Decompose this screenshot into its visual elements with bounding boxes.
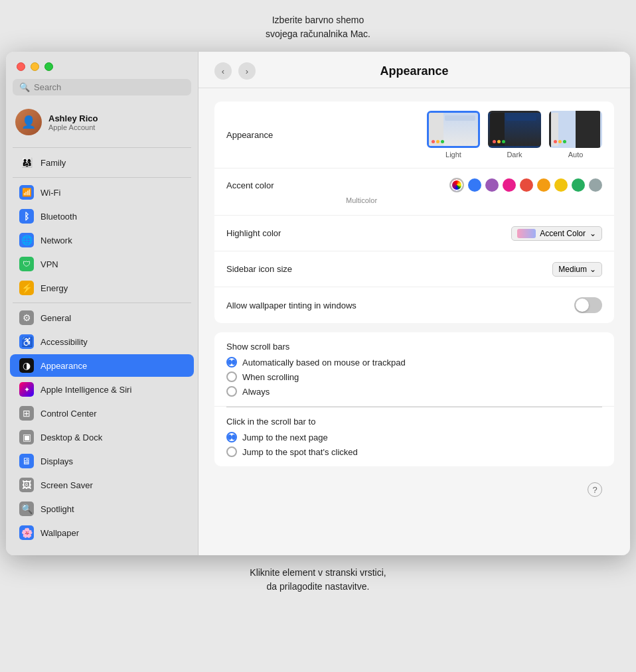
light-thumb (427, 111, 480, 148)
main-header: ‹ › Appearance (199, 52, 630, 88)
dark-label: Dark (507, 151, 522, 159)
sidebar-item-label: VPN (40, 259, 58, 269)
sidebar-item-appearance[interactable]: ◑ Appearance (10, 354, 194, 377)
highlight-color-value: Accent Color (540, 229, 586, 238)
radio-spot-clicked[interactable] (226, 446, 237, 457)
sidebar-item-displays[interactable]: 🖥 Displays (10, 450, 194, 472)
appearance-option-auto[interactable]: Auto (549, 111, 602, 159)
sidebar-item-label: Network (40, 235, 72, 245)
main-body: Appearance (199, 88, 630, 555)
color-dot-green[interactable] (572, 178, 585, 192)
siri-icon: ✦ (19, 382, 34, 397)
sidebar-item-label: Control Center (40, 409, 97, 419)
appearance-section: Appearance (214, 101, 614, 323)
sidebar-item-label: Family (40, 158, 66, 168)
highlight-color-label: Highlight color (226, 228, 346, 238)
control-center-icon: ⊞ (19, 406, 34, 421)
close-button[interactable] (17, 62, 25, 71)
sidebar-item-wallpaper[interactable]: 🌸 Wallpaper (10, 521, 194, 544)
chevron-updown-icon: ⌄ (590, 229, 596, 238)
sidebar-item-label: Appearance (40, 361, 87, 371)
color-dot-purple[interactable] (485, 178, 499, 192)
sidebar-item-label: Screen Saver (40, 480, 93, 490)
sidebar-item-family[interactable]: 👨‍👩‍👧 Family (10, 151, 194, 174)
radio-row-spot-clicked: Jump to the spot that's clicked (226, 446, 602, 457)
forward-button[interactable]: › (238, 62, 256, 80)
wallpaper-tint-toggle[interactable] (574, 297, 602, 313)
click-scroll-heading: Click in the scroll bar to (226, 417, 315, 427)
general-icon: ⚙ (19, 310, 34, 325)
color-dot-red[interactable] (520, 178, 533, 192)
network-icon: 🌐 (19, 233, 34, 247)
minimize-button[interactable] (31, 62, 39, 71)
sidebar-item-desktop-dock[interactable]: ▣ Desktop & Dock (10, 426, 194, 448)
sidebar-item-accessibility[interactable]: ♿ Accessibility (10, 330, 194, 353)
sidebar-icon-size-button[interactable]: Medium ⌄ (552, 262, 602, 277)
appearance-option-dark[interactable]: Dark (488, 111, 541, 159)
color-dot-orange[interactable] (537, 178, 550, 192)
sidebar-item-vpn[interactable]: 🛡 VPN (10, 253, 194, 275)
radio-scrolling-label: When scrolling (242, 372, 299, 382)
screen-saver-icon: 🖼 (19, 478, 34, 492)
spotlight-icon: 🔍 (19, 502, 34, 516)
sidebar-item-network[interactable]: 🌐 Network (10, 229, 194, 251)
accent-color-row: Accent color (214, 168, 614, 216)
sidebar-item-energy[interactable]: ⚡ Energy (10, 277, 194, 299)
appearance-row-label: Appearance (226, 130, 346, 140)
radio-auto[interactable] (226, 357, 237, 368)
wallpaper-tint-label: Allow wallpaper tinting in windows (226, 301, 357, 310)
sidebar-item-label: Wi-Fi (40, 188, 60, 198)
wallpaper-icon: 🌸 (19, 525, 34, 540)
sidebar-divider-1 (13, 147, 191, 148)
user-section[interactable]: 👤 Ashley Rico Apple Account (6, 103, 198, 141)
sidebar-item-label: General (40, 313, 71, 323)
sidebar-item-wifi[interactable]: 📶 Wi-Fi (10, 181, 194, 204)
main-content: ‹ › Appearance Appearance (199, 52, 630, 555)
annotation-bottom: Kliknite element v stranski vrstici,da p… (250, 566, 386, 594)
highlight-color-control: Accent Color ⌄ (346, 226, 602, 241)
radio-next-page[interactable] (226, 432, 237, 442)
radio-row-scrolling: When scrolling (226, 371, 602, 382)
avatar: 👤 (15, 109, 42, 135)
dark-thumb (488, 111, 541, 148)
energy-icon: ⚡ (19, 281, 34, 295)
sidebar-item-spotlight[interactable]: 🔍 Spotlight (10, 498, 194, 520)
fullscreen-button[interactable] (44, 62, 53, 71)
sidebar-item-label: Energy (40, 283, 68, 293)
sidebar-item-screen-saver[interactable]: 🖼 Screen Saver (10, 474, 194, 496)
wallpaper-tint-control (357, 297, 602, 313)
color-dot-yellow[interactable] (554, 178, 568, 192)
show-scroll-bars-heading: Show scroll bars (226, 342, 289, 352)
color-dot-blue[interactable] (468, 178, 481, 192)
sidebar-item-siri[interactable]: ✦ Apple Intelligence & Siri (10, 378, 194, 401)
back-button[interactable]: ‹ (214, 62, 232, 80)
wallpaper-tint-row: Allow wallpaper tinting in windows (214, 287, 614, 323)
sidebar-divider-2 (13, 177, 191, 178)
help-button[interactable]: ? (588, 482, 602, 497)
color-dot-multicolor[interactable] (449, 178, 464, 192)
color-dot-pink[interactable] (503, 178, 516, 192)
accent-color-options (346, 178, 602, 192)
sidebar-icon-size-value: Medium (558, 265, 587, 274)
radio-row-auto: Automatically based on mouse or trackpad (226, 357, 602, 368)
radio-auto-label: Automatically based on mouse or trackpad (242, 358, 406, 368)
highlight-color-button[interactable]: Accent Color ⌄ (511, 226, 602, 241)
sidebar-item-label: Wallpaper (40, 528, 79, 538)
auto-thumb (549, 111, 602, 148)
color-dot-graphite[interactable] (589, 178, 602, 192)
sidebar-item-label: Accessibility (40, 337, 88, 347)
wifi-icon: 📶 (19, 185, 34, 200)
radio-scrolling[interactable] (226, 371, 237, 382)
sidebar-item-general[interactable]: ⚙ General (10, 306, 194, 329)
sidebar-item-control-center[interactable]: ⊞ Control Center (10, 402, 194, 425)
sidebar-item-bluetooth[interactable]: ᛒ Bluetooth (10, 205, 194, 228)
multicolor-label: Multicolor (346, 196, 377, 204)
appearance-option-light[interactable]: Light (427, 111, 480, 159)
radio-always-label: Always (242, 387, 270, 397)
appearance-row: Appearance (214, 101, 614, 168)
radio-always[interactable] (226, 386, 237, 397)
search-bar[interactable]: 🔍 (13, 79, 191, 96)
sidebar-item-label: Apple Intelligence & Siri (40, 385, 131, 395)
user-subtitle: Apple Account (48, 123, 98, 131)
search-input[interactable] (34, 82, 185, 92)
